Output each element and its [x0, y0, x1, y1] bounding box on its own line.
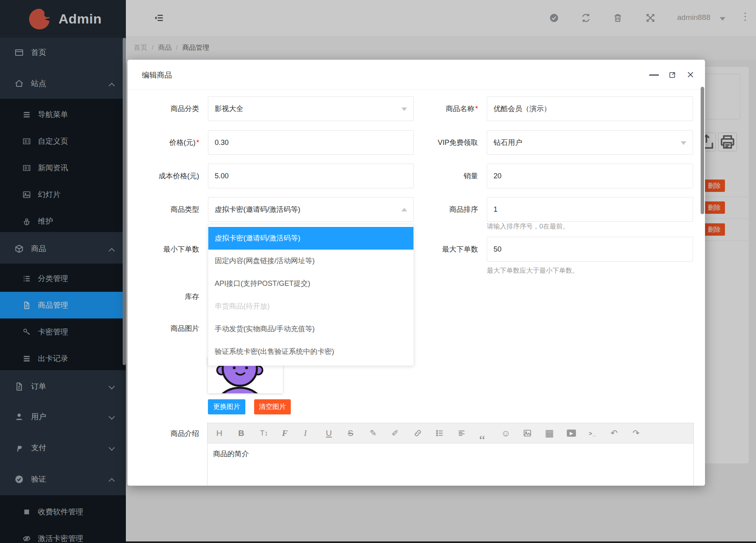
image-icon[interactable]: [523, 429, 545, 438]
dropdown-option-disabled: 串货商品(待开放): [208, 295, 413, 318]
field-label-type: 商品类型: [127, 204, 199, 215]
unordered-list-icon[interactable]: [435, 429, 457, 438]
dropdown-option[interactable]: 手动发货(实物商品/手动充值等): [208, 318, 413, 340]
max-order-hint: 最大下单数应大于最小下单数。: [487, 266, 579, 275]
name-input[interactable]: 优酷会员（演示）: [487, 96, 693, 121]
description-editor: H B T↕ F I U S ✎ ✐ “ ☺ ▦ ▶ >_ ↶ ↷: [207, 423, 694, 486]
font-size-icon[interactable]: T↕: [260, 429, 282, 438]
quote-icon[interactable]: “: [479, 438, 501, 443]
align-icon[interactable]: [457, 429, 479, 438]
font-family-icon[interactable]: F: [282, 428, 304, 438]
max-order-input[interactable]: 50: [487, 237, 693, 262]
underline-icon[interactable]: U: [326, 428, 348, 438]
field-label-name: 商品名称*: [406, 104, 478, 114]
sales-input[interactable]: 20: [487, 164, 693, 188]
dropdown-option[interactable]: 虚拟卡密(邀请码/激活码等): [208, 227, 413, 250]
clear-image-button[interactable]: 清空图片: [254, 399, 291, 414]
price-input[interactable]: 0.30: [208, 130, 414, 155]
type-select[interactable]: 虚拟卡密(邀请码/激活码等): [208, 197, 414, 222]
field-label-sales: 销量: [406, 171, 478, 181]
italic-icon[interactable]: I: [304, 428, 326, 438]
sort-hint: 请输入排序序号，0在最前。: [487, 222, 569, 231]
brush-icon[interactable]: ✐: [392, 428, 413, 438]
undo-icon[interactable]: ↶: [611, 428, 633, 438]
redo-icon[interactable]: ↷: [633, 428, 654, 438]
app-root: Admin 首页 站点 导航菜单 自定义页 新闻资讯: [0, 0, 756, 543]
required-asterisk: *: [196, 139, 199, 146]
editor-toolbar: H B T↕ F I U S ✎ ✐ “ ☺ ▦ ▶ >_ ↶ ↷: [208, 423, 693, 443]
field-label-max-order: 最大下单数: [406, 244, 478, 254]
modal-header: 编辑商品: [127, 60, 705, 90]
pen-icon[interactable]: ✎: [370, 428, 392, 438]
maximize-icon[interactable]: [668, 70, 677, 79]
caret-up-icon: [402, 208, 407, 211]
field-label-cost: 成本价格(元): [127, 171, 199, 181]
strikethrough-icon[interactable]: S: [348, 428, 370, 438]
bold-icon[interactable]: B: [238, 428, 260, 438]
caret-down-icon: [402, 107, 407, 111]
field-label-category: 商品分类: [127, 104, 199, 114]
replace-image-button[interactable]: 更换图片: [208, 399, 245, 414]
table-icon[interactable]: ▦: [545, 428, 567, 439]
field-label-image: 商品图片: [127, 323, 199, 334]
dropdown-option[interactable]: API接口(支持POST/GET提交): [208, 272, 413, 295]
minimize-icon[interactable]: [649, 74, 659, 76]
caret-down-icon: [681, 141, 686, 145]
sort-input[interactable]: 1: [487, 197, 693, 222]
type-select-dropdown: 虚拟卡密(邀请码/激活码等) 固定内容(网盘链接/活动网址等) API接口(支持…: [208, 224, 414, 366]
field-label-price: 价格(元)*: [127, 137, 199, 148]
video-icon[interactable]: ▶: [567, 430, 589, 437]
field-label-vip: VIP免费领取: [406, 137, 478, 148]
vip-select[interactable]: 钻石用户: [487, 130, 693, 155]
cost-input[interactable]: 5.00: [208, 164, 414, 188]
heading-icon[interactable]: H: [216, 428, 238, 438]
modal-scrollbar[interactable]: [701, 87, 704, 214]
required-asterisk: *: [475, 105, 478, 113]
field-label-stock: 库存: [127, 291, 199, 302]
field-label-sort: 商品排序: [406, 204, 478, 215]
field-label-description: 商品介绍: [127, 428, 199, 439]
terminal-icon[interactable]: >_: [589, 430, 611, 437]
editor-content[interactable]: 商品的简介: [208, 443, 693, 464]
field-label-min-order: 最小下单数: [127, 244, 199, 254]
emoji-icon[interactable]: ☺: [501, 428, 523, 439]
modal-controls: [649, 69, 695, 80]
modal-title: 编辑商品: [142, 70, 172, 80]
link-icon[interactable]: [413, 429, 435, 438]
category-select[interactable]: 影视大全: [208, 96, 414, 121]
dropdown-option[interactable]: 固定内容(网盘链接/活动网址等): [208, 250, 413, 272]
dropdown-option[interactable]: 验证系统卡密(出售验证系统中的卡密): [208, 340, 413, 363]
close-icon[interactable]: [686, 70, 695, 79]
